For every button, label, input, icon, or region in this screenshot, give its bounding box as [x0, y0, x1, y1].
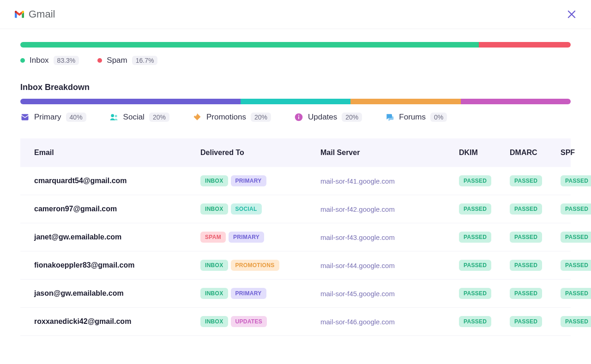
legend-label: Inbox	[30, 56, 49, 65]
bar-segment	[20, 42, 479, 48]
breakdown-legend: Primary40%Social20%Promotions20%Updates2…	[20, 113, 571, 122]
status-badge: PASSED	[510, 175, 542, 186]
spf-cell: PASSED	[561, 175, 591, 186]
legend-pct: 20%	[342, 113, 362, 122]
server-cell: mail-sor-f45.google.com	[320, 290, 459, 298]
updates-icon	[294, 113, 303, 122]
column-header: Email	[34, 149, 200, 157]
server-cell: mail-sor-f42.google.com	[320, 205, 459, 213]
legend-label: Promotions	[206, 113, 246, 122]
table-body: cmarquardt54@gmail.comINBOXPRIMARYmail-s…	[20, 167, 571, 336]
delivery-tag: INBOX	[200, 316, 228, 327]
dkim-cell: PASSED	[459, 203, 510, 215]
dkim-cell: PASSED	[459, 260, 510, 271]
email-cell: jason@gw.emailable.com	[34, 289, 200, 298]
bar-segment	[350, 99, 460, 104]
close-button[interactable]	[567, 10, 576, 19]
forums-icon	[385, 113, 394, 122]
status-badge: PASSED	[459, 232, 491, 243]
bar-segment	[479, 42, 571, 48]
column-header: Delivered To	[200, 149, 320, 157]
brand: Gmail	[15, 8, 55, 20]
status-badge: PASSED	[561, 232, 591, 243]
legend-pct: 83.3%	[54, 56, 79, 65]
legend-pct: 20%	[251, 113, 271, 122]
breakdown-legend-item: Social20%	[109, 113, 169, 122]
delivery-tag: PRIMARY	[231, 288, 266, 299]
social-icon	[109, 113, 119, 122]
legend-pct: 40%	[66, 113, 86, 122]
breakdown-legend-item: Updates20%	[294, 113, 362, 122]
legend-label: Social	[123, 113, 145, 122]
status-badge: PASSED	[510, 288, 542, 299]
delivered-cell: SPAMPRIMARY	[200, 232, 320, 243]
spf-cell: PASSED	[561, 260, 591, 271]
table-row[interactable]: cmarquardt54@gmail.comINBOXPRIMARYmail-s…	[20, 167, 571, 195]
delivered-cell: INBOXUPDATES	[200, 316, 320, 327]
email-cell: roxxanedicki42@gmail.com	[34, 317, 200, 326]
primary-icon	[20, 113, 30, 122]
column-header: SPF	[561, 149, 591, 157]
delivery-tag: UPDATES	[231, 316, 267, 327]
dmarc-cell: PASSED	[510, 288, 561, 299]
delivery-tag: INBOX	[200, 203, 228, 215]
table-row[interactable]: fionakoeppler83@gmail.comINBOXPROMOTIONS…	[20, 251, 571, 280]
delivery-tag: INBOX	[200, 175, 228, 186]
svg-point-0	[111, 114, 114, 117]
dkim-cell: PASSED	[459, 316, 510, 327]
svg-point-2	[195, 115, 196, 116]
dkim-cell: PASSED	[459, 175, 510, 186]
legend-label: Primary	[34, 113, 61, 122]
status-badge: PASSED	[510, 232, 542, 243]
results-table: EmailDelivered ToMail ServerDKIMDMARCSPF…	[20, 138, 571, 336]
spf-cell: PASSED	[561, 288, 591, 299]
server-cell: mail-sor-f44.google.com	[320, 262, 459, 269]
dkim-cell: PASSED	[459, 232, 510, 243]
status-badge: PASSED	[459, 316, 491, 327]
table-row[interactable]: cameron97@gmail.comINBOXSOCIALmail-sor-f…	[20, 195, 571, 223]
legend-dot-icon	[20, 58, 25, 63]
delivered-cell: INBOXSOCIAL	[200, 203, 320, 215]
breakdown-legend-item: Promotions20%	[193, 113, 271, 122]
status-badge: PASSED	[510, 260, 542, 271]
breakdown-title: Inbox Breakdown	[20, 83, 571, 92]
status-badge: PASSED	[561, 260, 591, 271]
delivery-tag: INBOX	[200, 288, 228, 299]
email-cell: fionakoeppler83@gmail.com	[34, 261, 200, 269]
legend-item: Inbox83.3%	[20, 56, 79, 65]
server-cell: mail-sor-f41.google.com	[320, 177, 459, 185]
dmarc-cell: PASSED	[510, 175, 561, 186]
spf-cell: PASSED	[561, 232, 591, 243]
delivery-tag: SOCIAL	[231, 203, 262, 215]
legend-label: Spam	[107, 56, 127, 65]
spf-cell: PASSED	[561, 203, 591, 215]
delivery-tag: PRIMARY	[231, 175, 266, 186]
svg-point-5	[298, 115, 299, 116]
legend-dot-icon	[97, 58, 102, 63]
email-cell: cameron97@gmail.com	[34, 205, 200, 213]
delivery-tag: PROMOTIONS	[231, 260, 279, 271]
svg-rect-4	[298, 116, 299, 119]
status-badge: PASSED	[510, 203, 542, 215]
table-row[interactable]: roxxanedicki42@gmail.comINBOXUPDATESmail…	[20, 308, 571, 336]
table-header: EmailDelivered ToMail ServerDKIMDMARCSPF	[20, 138, 571, 167]
table-row[interactable]: janet@gw.emailable.comSPAMPRIMARYmail-so…	[20, 223, 571, 251]
column-header: DMARC	[510, 149, 561, 157]
brand-name: Gmail	[29, 8, 55, 20]
breakdown-legend-item: Primary40%	[20, 113, 86, 122]
status-badge: PASSED	[510, 316, 542, 327]
server-cell: mail-sor-f46.google.com	[320, 318, 459, 326]
email-cell: janet@gw.emailable.com	[34, 233, 200, 241]
column-header: DKIM	[459, 149, 510, 157]
breakdown-legend-item: Forums0%	[385, 113, 447, 122]
svg-point-1	[115, 115, 117, 117]
legend-label: Updates	[308, 113, 337, 122]
inbox-spam-bar	[20, 42, 571, 48]
table-row[interactable]: jason@gw.emailable.comINBOXPRIMARYmail-s…	[20, 280, 571, 308]
legend-pct: 20%	[149, 113, 169, 122]
bar-segment	[241, 99, 350, 104]
delivered-cell: INBOXPRIMARY	[200, 288, 320, 299]
breakdown-bar	[20, 99, 571, 104]
delivered-cell: INBOXPRIMARY	[200, 175, 320, 186]
content: Inbox83.3%Spam16.7% Inbox Breakdown Prim…	[0, 29, 591, 336]
